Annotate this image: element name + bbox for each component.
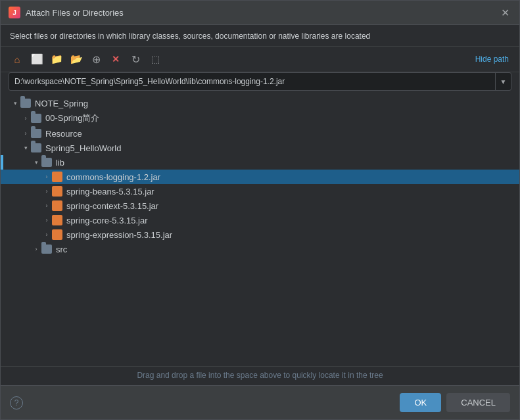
tree-item-00spring[interactable]: › 00-Spring简介 [1, 110, 519, 126]
folder-icon-spring5 [31, 143, 41, 152]
chevron-00spring: › [20, 113, 31, 124]
footer-buttons: OK CANCEL [400, 393, 510, 412]
title-bar-left: J Attach Files or Directories [9, 7, 124, 18]
close-button[interactable]: ✕ [498, 6, 511, 19]
folder-plus-icon-btn[interactable]: 📂 [68, 51, 85, 68]
label-resource: Resource [45, 129, 82, 139]
select-all-icon-btn[interactable]: ⬚ [147, 51, 164, 68]
tree-item-spring-beans[interactable]: › spring-beans-5.3.15.jar [1, 184, 519, 198]
label-spring5: Spring5_HelloWorld [45, 143, 121, 153]
home-icon-btn[interactable]: ⌂ [9, 51, 26, 68]
tree-item-spring-expression[interactable]: › spring-expression-5.3.15.jar [1, 227, 519, 242]
label-note-spring: NOTE_Spring [35, 99, 88, 108]
path-bar: ▼ [9, 72, 511, 91]
label-spring-beans: spring-beans-5.3.15.jar [66, 187, 154, 197]
refresh-icon-btn[interactable]: ↻ [127, 51, 144, 68]
jar-icon-spring-beans [52, 186, 62, 197]
tree-item-commons-logging[interactable]: › commons-logging-1.2.jar [1, 170, 519, 184]
app-icon: J [9, 7, 20, 18]
chevron-spring-beans: › [41, 186, 52, 197]
delete-icon-btn[interactable]: ✕ [107, 51, 124, 68]
jar-icon-commons-logging [52, 172, 62, 182]
tree-item-spring-context[interactable]: › spring-context-5.3.15.jar [1, 198, 519, 213]
folder-icon-00spring [31, 114, 41, 123]
chevron-spring-expression: › [41, 229, 52, 240]
file-tree[interactable]: ▾ NOTE_Spring › 00-Spring简介 › Resource ▾… [1, 93, 519, 366]
hide-path-button[interactable]: Hide path [473, 53, 511, 65]
label-spring-context: spring-context-5.3.15.jar [66, 201, 158, 211]
tree-item-spring5[interactable]: ▾ Spring5_HelloWorld [1, 141, 519, 155]
path-input[interactable] [9, 74, 495, 89]
chevron-resource: › [20, 128, 31, 139]
title-bar: J Attach Files or Directories ✕ [1, 1, 519, 25]
label-00spring: 00-Spring简介 [45, 112, 99, 124]
folder-icon-resource [31, 129, 41, 138]
tree-item-spring-core[interactable]: › spring-core-5.3.15.jar [1, 213, 519, 227]
folder-icon-lib [41, 158, 52, 167]
chevron-lib: ▾ [31, 157, 41, 168]
help-icon[interactable]: ? [10, 396, 23, 409]
label-lib: lib [56, 158, 64, 168]
dialog-subtitle: Select files or directories in which lib… [1, 25, 519, 47]
tree-item-note-spring[interactable]: ▾ NOTE_Spring [1, 96, 519, 110]
label-spring-core: spring-core-5.3.15.jar [66, 216, 148, 225]
toolbar: ⌂ ⬜ 📁 📂 ⊕ ✕ ↻ ⬚ Hide path [1, 47, 519, 72]
monitor-icon-btn[interactable]: ⬜ [28, 51, 45, 68]
chevron-spring5: ▾ [20, 143, 31, 153]
label-commons-logging: commons-logging-1.2.jar [66, 172, 160, 182]
chevron-spring-core: › [41, 215, 52, 225]
jar-icon-spring-context [52, 200, 62, 211]
folder-icon-btn[interactable]: 📁 [48, 51, 65, 68]
folder-icon-src [41, 245, 52, 254]
chevron-note-spring: ▾ [10, 98, 20, 108]
jar-icon-spring-core [52, 215, 62, 225]
drag-drop-hint: Drag and drop a file into the space abov… [1, 366, 519, 385]
label-src: src [56, 245, 67, 254]
chevron-commons-logging: › [41, 172, 52, 182]
new-folder-icon-btn[interactable]: ⊕ [87, 51, 105, 68]
ok-button[interactable]: OK [400, 393, 441, 412]
chevron-src: › [31, 244, 41, 254]
cancel-button[interactable]: CANCEL [446, 393, 510, 412]
tree-item-resource[interactable]: › Resource [1, 126, 519, 141]
dialog-title: Attach Files or Directories [26, 8, 124, 18]
toolbar-icons: ⌂ ⬜ 📁 📂 ⊕ ✕ ↻ ⬚ [9, 51, 164, 68]
tree-item-lib[interactable]: ▾ lib [1, 155, 519, 170]
folder-icon-note-spring [20, 99, 31, 108]
tree-item-src[interactable]: › src [1, 242, 519, 256]
chevron-spring-context: › [41, 200, 52, 211]
label-spring-expression: spring-expression-5.3.15.jar [66, 230, 172, 240]
footer: ? OK CANCEL [1, 385, 519, 419]
path-dropdown-button[interactable]: ▼ [495, 73, 511, 90]
attach-files-dialog: J Attach Files or Directories ✕ Select f… [0, 0, 520, 420]
jar-icon-spring-expression [52, 229, 62, 240]
active-indicator-lib [1, 155, 3, 170]
